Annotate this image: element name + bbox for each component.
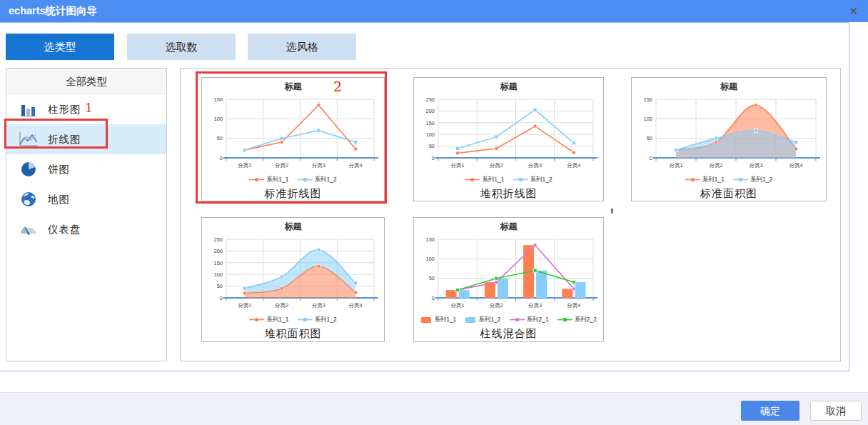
svg-text:分类1: 分类1 bbox=[669, 162, 682, 169]
sidebar-item-label: 仪表盘 bbox=[48, 223, 81, 236]
svg-text:50: 50 bbox=[647, 135, 652, 141]
legend-item: 系列1_2 bbox=[513, 176, 552, 184]
chart-type-sidebar: 全部类型 柱形图 折线图 bbox=[6, 68, 167, 361]
legend-item: 系列1_1 bbox=[685, 176, 725, 184]
svg-text:分类3: 分类3 bbox=[312, 302, 326, 309]
thumb-bar-line-mixed-chart[interactable]: 标题 050100150分类1分类2分类3分类4 系列1_1系列1_2系列2_1… bbox=[413, 217, 604, 342]
thumb-caption: 堆积折线图 bbox=[414, 187, 603, 201]
svg-text:100: 100 bbox=[643, 116, 652, 122]
stray-pixel-artifact bbox=[611, 209, 613, 214]
svg-text:200: 200 bbox=[425, 108, 435, 114]
sidebar-item-bar-chart[interactable]: 柱形图 bbox=[6, 94, 166, 124]
legend-item: 系列1_1 bbox=[465, 176, 504, 184]
legend-item: 系列2_2 bbox=[557, 316, 597, 324]
svg-text:50: 50 bbox=[429, 143, 435, 149]
sidebar-item-map[interactable]: 地图 bbox=[6, 184, 166, 214]
thumb-caption: 堆积面积图 bbox=[202, 327, 384, 341]
dialog-title: echarts统计图向导 bbox=[9, 0, 97, 22]
stacked-area-chart: 050100150200250分类1分类2分类3分类4 bbox=[202, 231, 384, 315]
svg-text:150: 150 bbox=[643, 96, 652, 103]
svg-text:250: 250 bbox=[213, 236, 223, 243]
thumb-stacked-area-chart[interactable]: 标题 050100150200250分类1分类2分类3分类4 系列1_1系列1_… bbox=[201, 217, 385, 342]
chart-legend: 系列1_1系列1_2 bbox=[632, 175, 826, 184]
svg-text:分类4: 分类4 bbox=[349, 162, 363, 169]
stacked-line-chart: 050100150200250分类1分类2分类3分类4 bbox=[414, 91, 603, 175]
svg-text:0: 0 bbox=[220, 155, 223, 161]
svg-text:0: 0 bbox=[432, 295, 435, 301]
svg-text:分类4: 分类4 bbox=[789, 162, 802, 169]
line-chart-icon bbox=[18, 130, 39, 149]
sidebar-item-label: 饼图 bbox=[48, 163, 70, 176]
sidebar-header: 全部类型 bbox=[6, 69, 166, 94]
standard-line-chart: 050100150分类1分类2分类3分类4 bbox=[202, 91, 384, 175]
sidebar-item-label: 柱形图 bbox=[48, 103, 81, 116]
svg-text:150: 150 bbox=[425, 236, 435, 243]
legend-item: 系列1_2 bbox=[298, 176, 337, 184]
svg-text:分类1: 分类1 bbox=[238, 162, 251, 169]
dialog-titlebar: echarts统计图向导 ✕ bbox=[0, 0, 868, 22]
thumb-standard-line-chart[interactable]: 标题 050100150分类1分类2分类3分类4 系列1_1系列1_2 标准折线… bbox=[201, 77, 385, 201]
svg-text:0: 0 bbox=[650, 155, 652, 161]
sidebar-item-line-chart[interactable]: 折线图 bbox=[6, 124, 166, 154]
svg-text:150: 150 bbox=[425, 120, 435, 126]
thumb-stacked-line-chart[interactable]: 标题 050100150200250分类1分类2分类3分类4 系列1_1系列1_… bbox=[413, 77, 604, 201]
svg-text:0: 0 bbox=[220, 295, 223, 301]
svg-text:分类2: 分类2 bbox=[275, 162, 288, 169]
svg-text:分类2: 分类2 bbox=[490, 162, 503, 169]
close-icon[interactable]: ✕ bbox=[849, 0, 858, 22]
svg-text:分类2: 分类2 bbox=[490, 302, 503, 309]
legend-item: 系列1_2 bbox=[733, 176, 772, 184]
standard-area-chart: 050100150分类1分类2分类3分类4 bbox=[632, 91, 826, 175]
svg-text:分类1: 分类1 bbox=[451, 302, 465, 309]
chart-title: 标题 bbox=[414, 78, 603, 91]
chart-title: 标题 bbox=[202, 218, 384, 231]
bar-line-mixed-chart: 050100150分类1分类2分类3分类4 bbox=[414, 231, 603, 315]
sidebar-item-gauge[interactable]: 仪表盘 bbox=[6, 214, 166, 244]
legend-item: 系列1_1 bbox=[420, 316, 456, 324]
svg-text:50: 50 bbox=[429, 275, 435, 281]
svg-text:分类4: 分类4 bbox=[349, 302, 363, 309]
chart-legend: 系列1_1系列1_2系列2_1系列2_2 bbox=[414, 315, 603, 324]
sidebar-item-label: 地图 bbox=[48, 193, 70, 206]
legend-item: 系列1_2 bbox=[298, 316, 337, 324]
svg-text:50: 50 bbox=[217, 135, 223, 141]
svg-text:50: 50 bbox=[217, 283, 223, 289]
ok-button[interactable]: 确定 bbox=[741, 401, 799, 421]
svg-text:分类3: 分类3 bbox=[312, 162, 326, 169]
thumb-caption: 标准折线图 bbox=[202, 187, 384, 201]
cancel-button[interactable]: 取消 bbox=[810, 401, 862, 421]
chart-legend: 系列1_1系列1_2 bbox=[202, 175, 384, 184]
svg-text:分类3: 分类3 bbox=[528, 302, 542, 309]
svg-text:200: 200 bbox=[213, 248, 223, 254]
sidebar-item-pie-chart[interactable]: 饼图 bbox=[6, 154, 166, 184]
legend-item: 系列2_1 bbox=[510, 316, 549, 324]
chart-legend: 系列1_1系列1_2 bbox=[202, 315, 384, 324]
svg-text:150: 150 bbox=[213, 96, 223, 103]
sidebar-item-label: 折线图 bbox=[48, 133, 81, 146]
legend-item: 系列1_2 bbox=[465, 316, 500, 324]
svg-text:100: 100 bbox=[213, 116, 223, 122]
svg-text:分类3: 分类3 bbox=[528, 162, 542, 169]
svg-text:100: 100 bbox=[425, 131, 435, 138]
bar-chart-icon bbox=[18, 100, 39, 119]
svg-text:150: 150 bbox=[213, 260, 223, 266]
svg-text:分类1: 分类1 bbox=[451, 162, 465, 169]
thumb-caption: 柱线混合图 bbox=[414, 327, 603, 341]
thumb-standard-area-chart[interactable]: 标题 050100150分类1分类2分类3分类4 系列1_1系列1_2 标准面积… bbox=[631, 77, 827, 201]
dialog-footer bbox=[0, 392, 868, 425]
svg-text:100: 100 bbox=[425, 256, 435, 262]
svg-text:分类3: 分类3 bbox=[749, 162, 762, 169]
svg-text:分类1: 分类1 bbox=[238, 302, 251, 309]
map-globe-icon bbox=[18, 190, 39, 209]
chart-title: 标题 bbox=[414, 218, 603, 231]
pie-chart-icon bbox=[18, 160, 39, 179]
thumb-caption: 标准面积图 bbox=[632, 187, 826, 201]
chart-title: 标题 bbox=[202, 78, 384, 91]
svg-text:100: 100 bbox=[213, 271, 223, 278]
chart-legend: 系列1_1系列1_2 bbox=[414, 175, 603, 184]
chart-thumbnails-panel: 标题 050100150分类1分类2分类3分类4 系列1_1系列1_2 标准折线… bbox=[180, 68, 841, 361]
gauge-icon bbox=[18, 220, 39, 239]
svg-text:分类2: 分类2 bbox=[709, 162, 722, 169]
svg-text:250: 250 bbox=[425, 96, 435, 103]
chart-title: 标题 bbox=[632, 78, 826, 91]
